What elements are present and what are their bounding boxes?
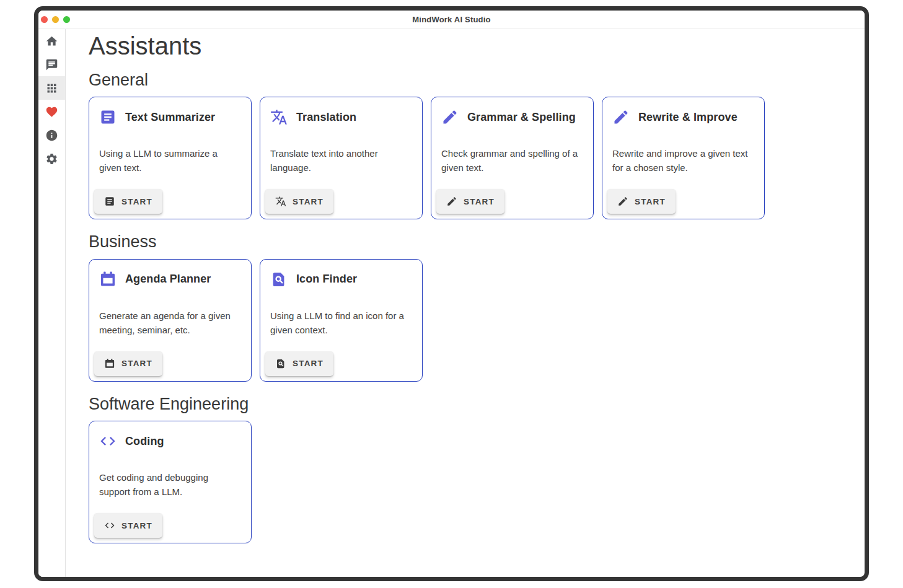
- card-actions: START: [89, 184, 251, 219]
- article-icon: [104, 196, 115, 207]
- card-actions: START: [89, 508, 251, 543]
- card-actions: START: [260, 346, 422, 381]
- card-actions: START: [431, 184, 593, 219]
- assistant-card-translation: Translation Translate text into another …: [260, 97, 423, 219]
- section-heading: Software Engineering: [89, 394, 852, 414]
- card-header: Text Summarizer: [89, 97, 251, 126]
- start-button-label: START: [121, 521, 152, 530]
- card-description: Rewrite and improve a given text for a c…: [602, 146, 764, 175]
- card-title: Text Summarizer: [125, 111, 215, 124]
- card-actions: START: [602, 184, 764, 219]
- assistant-card-icon-finder: Icon Finder Using a LLM to find an icon …: [260, 259, 423, 382]
- calendar-icon: [99, 271, 117, 288]
- card-title: Coding: [125, 435, 164, 448]
- assistant-card-coding: Coding Get coding and debugging support …: [89, 421, 252, 543]
- start-button[interactable]: START: [607, 189, 676, 214]
- sidebar-item-settings[interactable]: [38, 147, 65, 170]
- info-icon: [45, 129, 58, 142]
- window-body: Assistants General Text Summarizer Using…: [38, 29, 865, 577]
- start-button-label: START: [293, 197, 324, 206]
- section-heading: General: [89, 70, 852, 90]
- heart-icon: [45, 105, 58, 118]
- code-icon: [99, 432, 117, 450]
- sidebar: [38, 29, 66, 577]
- start-button-label: START: [635, 197, 666, 206]
- sidebar-item-about[interactable]: [38, 123, 65, 147]
- section-heading: Business: [89, 232, 852, 252]
- start-button[interactable]: START: [265, 189, 333, 214]
- card-description: Generate an agenda for a given meeting, …: [89, 309, 251, 337]
- sidebar-item-home[interactable]: [38, 29, 65, 53]
- card-title: Grammar & Spelling: [467, 111, 576, 124]
- assistant-card-text-summarizer: Text Summarizer Using a LLM to summarize…: [89, 97, 252, 219]
- start-button[interactable]: START: [436, 189, 504, 214]
- pencil-icon: [612, 108, 630, 126]
- chat-icon: [45, 58, 58, 71]
- start-button[interactable]: START: [265, 351, 333, 376]
- apps-grid-icon: [45, 82, 58, 95]
- card-header: Icon Finder: [260, 260, 422, 288]
- pencil-icon: [446, 196, 457, 207]
- card-title: Rewrite & Improve: [638, 111, 738, 124]
- card-header: Translation: [260, 97, 422, 126]
- section-general: General Text Summarizer Using a LLM to s…: [89, 70, 852, 219]
- page-title: Assistants: [89, 31, 852, 61]
- card-header: Grammar & Spelling: [431, 97, 593, 126]
- card-actions: START: [89, 346, 251, 381]
- gear-icon: [45, 152, 58, 165]
- icon-search-icon: [270, 271, 288, 288]
- section-business: Business Agenda Planner Generate an agen…: [89, 232, 852, 381]
- card-description: Using a LLM to find an icon for a given …: [260, 309, 422, 337]
- assistant-card-rewrite-improve: Rewrite & Improve Rewrite and improve a …: [602, 97, 765, 219]
- sidebar-item-favorites[interactable]: [38, 100, 65, 123]
- card-description: Translate text into another language.: [260, 146, 422, 175]
- assistant-card-grammar-spelling: Grammar & Spelling Check grammar and spe…: [431, 97, 594, 219]
- start-button[interactable]: START: [94, 351, 162, 376]
- card-row: Coding Get coding and debugging support …: [89, 421, 852, 543]
- home-icon: [45, 35, 58, 48]
- translate-icon: [270, 108, 288, 126]
- calendar-icon: [104, 358, 115, 369]
- card-title: Icon Finder: [296, 273, 357, 286]
- article-icon: [99, 108, 117, 126]
- start-button[interactable]: START: [94, 189, 162, 214]
- card-row: Agenda Planner Generate an agenda for a …: [89, 259, 852, 382]
- pencil-icon: [617, 196, 628, 207]
- title-bar: MindWork AI Studio: [38, 11, 865, 29]
- start-button-label: START: [121, 359, 152, 368]
- start-button-label: START: [293, 359, 324, 368]
- assistant-card-agenda-planner: Agenda Planner Generate an agenda for a …: [89, 259, 252, 382]
- card-header: Rewrite & Improve: [602, 97, 764, 126]
- screenshot-background: MindWork AI Studio: [0, 0, 903, 588]
- card-description: Check grammar and spelling of a given te…: [431, 146, 593, 175]
- card-actions: START: [260, 184, 422, 219]
- card-row: Text Summarizer Using a LLM to summarize…: [89, 97, 852, 219]
- main-content: Assistants General Text Summarizer Using…: [66, 29, 865, 577]
- code-icon: [104, 520, 115, 531]
- card-title: Translation: [296, 111, 356, 124]
- card-title: Agenda Planner: [125, 273, 211, 286]
- start-button-label: START: [121, 197, 152, 206]
- section-software-engineering: Software Engineering Coding Get coding a…: [89, 394, 852, 543]
- start-button-label: START: [464, 197, 495, 206]
- translate-icon: [275, 196, 286, 207]
- card-header: Coding: [89, 421, 251, 450]
- icon-search-icon: [275, 358, 286, 369]
- card-description: Using a LLM to summarize a given text.: [89, 146, 251, 175]
- card-header: Agenda Planner: [89, 260, 251, 288]
- sidebar-item-chats[interactable]: [38, 53, 65, 76]
- start-button[interactable]: START: [94, 513, 162, 538]
- window-title: MindWork AI Studio: [38, 15, 865, 24]
- app-window: MindWork AI Studio: [34, 6, 869, 581]
- pencil-icon: [441, 108, 459, 126]
- sidebar-item-assistants[interactable]: [38, 76, 65, 100]
- card-description: Get coding and debugging support from a …: [89, 470, 251, 499]
